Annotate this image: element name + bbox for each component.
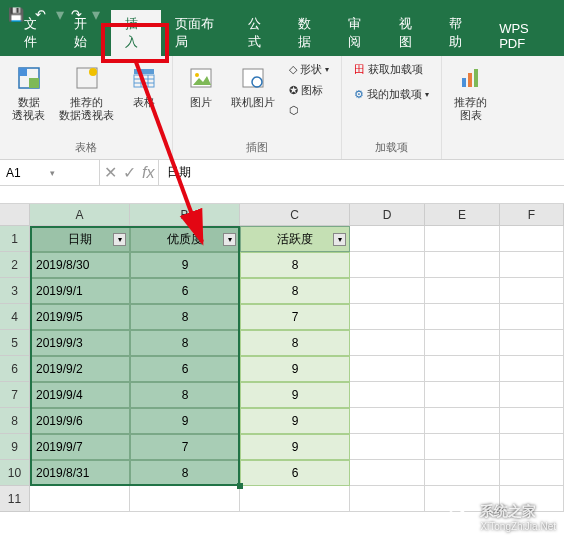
col-header-b[interactable]: B	[130, 204, 240, 226]
fx-icon[interactable]: fx	[142, 164, 154, 182]
cell[interactable]: 8	[130, 330, 240, 356]
cell[interactable]	[350, 278, 425, 304]
cell[interactable]	[500, 434, 564, 460]
cell[interactable]: 8	[130, 382, 240, 408]
cell[interactable]: 6	[240, 460, 350, 486]
recommended-charts-button[interactable]: 推荐的 图表	[450, 60, 491, 124]
cell[interactable]	[425, 330, 500, 356]
col-header-f[interactable]: F	[500, 204, 564, 226]
col-header-c[interactable]: C	[240, 204, 350, 226]
tab-view[interactable]: 视图	[385, 10, 435, 56]
cell[interactable]	[240, 486, 350, 512]
select-all-corner[interactable]	[0, 204, 30, 226]
formula-input[interactable]: 日期	[159, 164, 564, 181]
cell[interactable]: 活跃度▾	[240, 226, 350, 252]
cell[interactable]: 9	[130, 252, 240, 278]
image-button[interactable]: 图片	[181, 60, 221, 111]
row-header[interactable]: 6	[0, 356, 30, 382]
cell[interactable]	[350, 304, 425, 330]
cell[interactable]	[500, 252, 564, 278]
cell[interactable]	[500, 278, 564, 304]
cell[interactable]	[425, 252, 500, 278]
row-header[interactable]: 3	[0, 278, 30, 304]
cell[interactable]: 8	[240, 330, 350, 356]
shapes-button[interactable]: ◇形状▾	[285, 60, 333, 79]
row-header[interactable]: 10	[0, 460, 30, 486]
tab-insert[interactable]: 插入	[111, 10, 161, 56]
filter accumulate-dropdown-icon[interactable]: ▾	[223, 233, 236, 246]
cell[interactable]	[500, 408, 564, 434]
cell[interactable]: 优质度▾	[130, 226, 240, 252]
tab-help[interactable]: 帮助	[435, 10, 485, 56]
tab-wps-pdf[interactable]: WPS PDF	[485, 16, 564, 56]
cell[interactable]: 9	[240, 382, 350, 408]
online-image-button[interactable]: 联机图片	[227, 60, 279, 111]
icons-button[interactable]: ✪图标	[285, 81, 333, 100]
cell[interactable]: 7	[240, 304, 350, 330]
cell[interactable]	[350, 460, 425, 486]
cell[interactable]: 8	[240, 278, 350, 304]
cell[interactable]: 7	[130, 434, 240, 460]
row-header[interactable]: 2	[0, 252, 30, 278]
recommended-pivot-button[interactable]: 推荐的 数据透视表	[55, 60, 118, 124]
cell[interactable]: 8	[130, 460, 240, 486]
cell[interactable]	[425, 356, 500, 382]
tab-home[interactable]: 开始	[60, 10, 110, 56]
row-header[interactable]: 1	[0, 226, 30, 252]
tab-formulas[interactable]: 公式	[234, 10, 284, 56]
cell[interactable]: 9	[130, 408, 240, 434]
filter-dropdown-icon[interactable]: ▾	[333, 233, 346, 246]
cell[interactable]	[350, 226, 425, 252]
cell[interactable]	[350, 382, 425, 408]
name-box[interactable]: A1▾	[0, 160, 100, 185]
cell[interactable]: 2019/9/7	[30, 434, 130, 460]
cell[interactable]	[350, 252, 425, 278]
cell[interactable]	[500, 304, 564, 330]
row-header[interactable]: 8	[0, 408, 30, 434]
cell[interactable]: 2019/8/30	[30, 252, 130, 278]
filter-dropdown-icon[interactable]: ▾	[113, 233, 126, 246]
cell[interactable]: 9	[240, 356, 350, 382]
tab-data[interactable]: 数据	[284, 10, 334, 56]
cell[interactable]: 9	[240, 408, 350, 434]
cell[interactable]: 2019/9/4	[30, 382, 130, 408]
cell[interactable]: 2019/9/5	[30, 304, 130, 330]
cell[interactable]	[30, 486, 130, 512]
get-addons-button[interactable]: 田获取加载项	[350, 60, 433, 79]
cell[interactable]: 2019/9/3	[30, 330, 130, 356]
cell[interactable]	[425, 278, 500, 304]
cell[interactable]	[425, 408, 500, 434]
row-header[interactable]: 7	[0, 382, 30, 408]
my-addons-button[interactable]: ⚙我的加载项▾	[350, 85, 433, 104]
cell[interactable]: 日期▾	[30, 226, 130, 252]
3d-model-button[interactable]: ⬡	[285, 102, 333, 119]
cell[interactable]	[425, 434, 500, 460]
tab-file[interactable]: 文件	[10, 10, 60, 56]
cell[interactable]: 2019/9/6	[30, 408, 130, 434]
cell[interactable]	[425, 226, 500, 252]
confirm-icon[interactable]: ✓	[123, 163, 136, 182]
table-button[interactable]: 表格	[124, 60, 164, 111]
cell[interactable]	[500, 460, 564, 486]
cell[interactable]	[350, 434, 425, 460]
cell[interactable]: 2019/9/1	[30, 278, 130, 304]
selection-handle[interactable]	[237, 483, 243, 489]
tab-page-layout[interactable]: 页面布局	[161, 10, 234, 56]
col-header-d[interactable]: D	[350, 204, 425, 226]
col-header-e[interactable]: E	[425, 204, 500, 226]
cell[interactable]	[500, 356, 564, 382]
cell[interactable]	[500, 382, 564, 408]
row-header[interactable]: 11	[0, 486, 30, 512]
tab-review[interactable]: 审阅	[334, 10, 384, 56]
cell[interactable]: 6	[130, 278, 240, 304]
cancel-icon[interactable]: ✕	[104, 163, 117, 182]
row-header[interactable]: 4	[0, 304, 30, 330]
cell[interactable]: 2019/8/31	[30, 460, 130, 486]
pivot-table-button[interactable]: 数据 透视表	[8, 60, 49, 124]
cell[interactable]	[500, 330, 564, 356]
row-header[interactable]: 5	[0, 330, 30, 356]
cell[interactable]	[425, 382, 500, 408]
cell[interactable]	[350, 408, 425, 434]
cell[interactable]: 8	[240, 252, 350, 278]
cell[interactable]	[350, 356, 425, 382]
